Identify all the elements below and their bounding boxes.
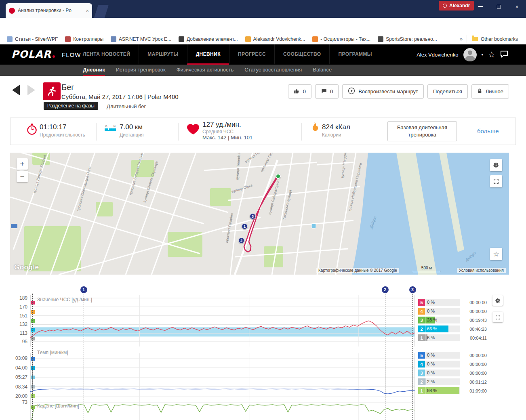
session-date: Суббота, Май 27, 2017 17:06 — [61, 93, 143, 100]
nav-item-6[interactable]: ПРОГРАММЫ — [329, 44, 381, 65]
chevron-down-icon[interactable]: ▾ — [482, 52, 484, 57]
bookmark-favicon-icon — [65, 36, 71, 42]
pace-zone-chip — [31, 385, 35, 388]
route-phase-marker[interactable]: 3 — [250, 213, 256, 219]
browser-profile-button[interactable]: Alexandr — [439, 1, 474, 10]
stopwatch-icon — [27, 124, 37, 136]
pace-chart-legend: Темп [мин/км] — [37, 350, 68, 355]
zone-row: 30 %00:00:00 — [418, 370, 487, 376]
overflow-bookmarks-button[interactable]: » — [456, 36, 467, 42]
zone-row: 50 %00:00:00 — [418, 352, 487, 359]
next-session-button[interactable] — [27, 85, 35, 95]
more-link[interactable]: больше — [477, 128, 499, 134]
avatar[interactable] — [463, 48, 477, 61]
zone-number: 1 — [418, 387, 425, 394]
previous-session-button[interactable] — [12, 85, 20, 95]
summary-bar: 01:10:17 Продолжительность АВ 7.00 км Ди… — [10, 118, 516, 145]
map-terms-link[interactable]: Условия использования — [457, 268, 506, 273]
hr-zone-chip — [31, 328, 35, 332]
hr-zone-chip — [31, 319, 35, 323]
zone-bar: 0 % — [425, 308, 460, 315]
play-icon — [348, 87, 355, 96]
nav-item-3[interactable]: ДНЕВНИК — [187, 44, 229, 65]
share-button[interactable]: Поделиться — [427, 84, 468, 99]
subtitle-divider: | — [144, 93, 146, 100]
bookmark-item[interactable]: Добавление элемент... — [175, 36, 242, 42]
zone-bar: 6 % — [425, 334, 460, 341]
comment-count: 0 — [330, 88, 333, 94]
subnav-item-4[interactable]: Статус восстановления — [244, 65, 302, 76]
chart-fullscreen-button[interactable] — [492, 312, 503, 322]
zone-percent: 0 % — [427, 353, 435, 357]
cadence-chart-canvas[interactable] — [30, 401, 415, 420]
favorites-star-icon[interactable]: ☆ — [488, 50, 495, 59]
pace-axis-tick: 05:27 — [7, 374, 27, 380]
hr-axis-tick: 189 — [7, 295, 27, 301]
bookmark-item[interactable]: Aleksandr Vdovichenk... — [242, 36, 309, 42]
pace-zone-chip — [31, 357, 35, 361]
maximize-button[interactable] — [490, 0, 508, 13]
zone-time: 00:00:00 — [460, 362, 487, 367]
nav-item-4[interactable]: ПРОГРЕСС — [229, 44, 274, 65]
play-route-button[interactable]: Воспроизвести маршрут — [342, 84, 424, 99]
other-bookmarks-button[interactable]: Other bookmarks — [467, 35, 523, 43]
map-favorite-button[interactable]: ☆ — [490, 248, 502, 260]
subnav-item-1[interactable]: Дневник — [83, 65, 105, 76]
map-scale-label: 500 м — [421, 266, 432, 270]
zone-percent: 66 % — [427, 326, 437, 331]
nav-item-2[interactable]: МАРШРУТЫ — [139, 44, 187, 65]
zone-bar: 0 % — [425, 361, 460, 368]
chart-settings-button[interactable] — [492, 295, 503, 306]
privacy-button[interactable]: Личное — [471, 84, 509, 99]
map-zoom-in-button[interactable]: + — [17, 158, 28, 170]
zone-row: 266 %00:46:23 — [418, 326, 487, 332]
zone-percent: 6 % — [427, 335, 435, 340]
polar-favicon-icon — [9, 8, 15, 14]
distance-a-label: А — [105, 124, 107, 128]
nav-item-1[interactable]: ЛЕНТА НОВОСТЕЙ — [74, 44, 139, 65]
zone-number: 3 — [418, 317, 425, 323]
pace-zone-chip — [31, 376, 35, 379]
training-benefit-button[interactable]: Базовая длительная тренировка — [387, 121, 457, 141]
user-name[interactable]: Alex Vdovichenko — [417, 52, 458, 58]
subnav-item-5[interactable]: Balance — [313, 65, 332, 76]
map-fullscreen-button[interactable] — [490, 175, 502, 187]
feedback-chat-icon[interactable] — [500, 50, 508, 59]
close-button[interactable]: × — [508, 0, 526, 13]
like-button[interactable]: 0 — [288, 84, 311, 99]
zone-percent: 0 % — [427, 361, 435, 366]
new-tab-button[interactable] — [94, 5, 109, 18]
phase-marker[interactable]: 3 — [409, 286, 416, 293]
pace-chart-canvas[interactable] — [30, 353, 415, 401]
bookmark-item[interactable]: SportsStore: реально... — [374, 36, 441, 42]
phase-marker[interactable]: 2 — [382, 286, 389, 293]
minimize-button[interactable] — [471, 0, 490, 13]
bookmark-item[interactable]: Контроллеры — [61, 36, 107, 42]
pace-zone-chip — [31, 366, 35, 370]
subnav-item-2[interactable]: История тренировок — [116, 65, 166, 76]
play-route-label: Воспроизвести маршрут — [358, 88, 418, 94]
zone-row: 198 %01:09:00 — [418, 387, 487, 394]
cadence-axis-tick: 73 — [7, 399, 27, 405]
map-settings-button[interactable] — [490, 159, 502, 171]
nav-item-5[interactable]: СООБЩЕСТВО — [274, 44, 329, 65]
bookmark-item[interactable]: - Осцилляторы - Тех... — [309, 36, 374, 42]
phase-marker[interactable]: 1 — [80, 286, 87, 293]
subnav-item-3[interactable]: Физическая активность — [177, 65, 234, 76]
polar-logo[interactable]: POLAR — [11, 48, 55, 60]
bookmark-item[interactable]: Статьи - SilverWPF — [3, 36, 61, 42]
map-canvas[interactable]: + − ☆ Google Картографические данные © 2… — [10, 153, 509, 275]
route-phase-marker[interactable]: 2 — [238, 237, 244, 244]
bookmark-label: - Осцилляторы - Тех... — [320, 36, 370, 42]
bookmark-item[interactable]: ASP.NET MVC Урок Е... — [107, 36, 175, 42]
tab-close-icon[interactable]: × — [86, 8, 89, 14]
map-zoom-out-button[interactable]: − — [17, 171, 28, 182]
route-phase-marker[interactable]: 1 — [242, 223, 248, 229]
comment-button[interactable]: 0 — [315, 84, 339, 99]
browser-tab[interactable]: Анализ тренировки - Po × — [6, 3, 92, 18]
session-actions: 0 0 Воспроизвести маршрут Поделиться Лич… — [288, 84, 509, 99]
cadence-zone-chip — [31, 405, 35, 409]
phase-split-tooltip[interactable]: Разделение на фазы — [44, 102, 98, 110]
hr-chart-canvas[interactable] — [30, 295, 415, 346]
zone-time: 00:19:43 — [460, 318, 487, 323]
